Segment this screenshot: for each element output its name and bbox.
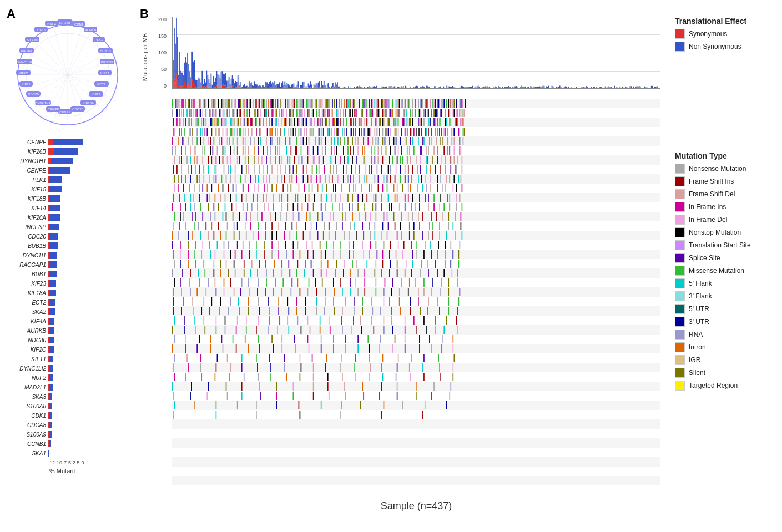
svg-rect-1297 bbox=[306, 118, 307, 126]
svg-rect-65 bbox=[176, 74, 177, 89]
svg-rect-1346 bbox=[409, 118, 410, 126]
svg-rect-1949 bbox=[375, 194, 376, 202]
svg-rect-657 bbox=[530, 86, 531, 88]
svg-rect-1749 bbox=[306, 165, 307, 174]
gene-row: SKA2 bbox=[8, 307, 133, 316]
svg-rect-1571 bbox=[447, 137, 448, 145]
svg-rect-1373 bbox=[173, 128, 174, 136]
svg-rect-714 bbox=[566, 87, 567, 88]
svg-rect-341 bbox=[331, 86, 332, 88]
gene-bars bbox=[48, 336, 54, 344]
svg-rect-349 bbox=[336, 84, 337, 88]
gene-row: KIF20A bbox=[8, 213, 133, 222]
svg-rect-443 bbox=[396, 88, 397, 89]
svg-rect-2126 bbox=[265, 231, 266, 240]
svg-rect-1138 bbox=[300, 109, 301, 117]
svg-rect-696 bbox=[555, 88, 556, 88]
svg-rect-2111 bbox=[461, 222, 462, 230]
svg-rect-106 bbox=[199, 79, 200, 87]
svg-rect-1136 bbox=[297, 109, 299, 117]
svg-rect-591 bbox=[489, 88, 490, 89]
svg-rect-1045 bbox=[437, 99, 438, 108]
svg-rect-1722 bbox=[188, 165, 189, 174]
svg-rect-807 bbox=[629, 88, 630, 89]
svg-rect-271 bbox=[291, 88, 292, 89]
svg-rect-642 bbox=[520, 88, 521, 89]
svg-rect-504 bbox=[435, 87, 436, 88]
svg-rect-2044 bbox=[330, 212, 331, 221]
svg-rect-1941 bbox=[335, 194, 336, 202]
svg-rect-1731 bbox=[228, 165, 229, 174]
svg-rect-2289 bbox=[250, 269, 251, 277]
svg-rect-779 bbox=[609, 87, 611, 88]
bar-blue bbox=[49, 403, 52, 409]
svg-rect-2500 bbox=[416, 326, 417, 334]
svg-rect-2332 bbox=[297, 278, 299, 287]
svg-rect-559 bbox=[470, 87, 471, 88]
svg-rect-1840 bbox=[418, 175, 419, 183]
svg-rect-2060 bbox=[422, 212, 423, 221]
gene-row: KIF14 bbox=[8, 204, 133, 212]
svg-rect-961 bbox=[311, 99, 312, 108]
svg-rect-593 bbox=[491, 88, 492, 88]
svg-rect-2124 bbox=[253, 231, 254, 240]
svg-rect-2477 bbox=[172, 326, 173, 334]
svg-rect-115 bbox=[204, 87, 205, 89]
gene-row: S100A8 bbox=[8, 402, 133, 411]
svg-rect-529 bbox=[451, 88, 452, 89]
svg-rect-2032 bbox=[257, 212, 258, 221]
svg-rect-418 bbox=[381, 88, 382, 89]
svg-rect-317 bbox=[318, 83, 319, 87]
svg-rect-2515 bbox=[294, 335, 295, 343]
svg-rect-262 bbox=[286, 83, 287, 88]
svg-rect-1808 bbox=[277, 175, 278, 183]
svg-rect-2365 bbox=[281, 288, 282, 296]
svg-rect-722 bbox=[571, 88, 572, 89]
svg-rect-2412 bbox=[410, 297, 411, 306]
svg-rect-343 bbox=[332, 83, 334, 87]
svg-rect-2292 bbox=[273, 269, 274, 277]
svg-rect-1679 bbox=[299, 156, 300, 164]
svg-rect-2358 bbox=[224, 288, 225, 296]
svg-rect-313 bbox=[316, 83, 317, 88]
svg-rect-2188 bbox=[390, 241, 391, 249]
svg-rect-2536 bbox=[259, 344, 260, 353]
gene-name: CDCA8 bbox=[8, 422, 48, 428]
svg-rect-2179 bbox=[326, 241, 327, 249]
svg-rect-2026 bbox=[223, 212, 224, 221]
svg-rect-2371 bbox=[334, 288, 335, 296]
svg-rect-2544 bbox=[357, 344, 359, 353]
svg-rect-1703 bbox=[400, 156, 401, 164]
svg-rect-230 bbox=[269, 82, 270, 87]
svg-rect-1932 bbox=[287, 194, 288, 202]
svg-rect-1294 bbox=[303, 118, 304, 126]
svg-rect-2157 bbox=[172, 241, 173, 249]
mutation-label: Targeted Region bbox=[689, 382, 738, 389]
svg-rect-2107 bbox=[432, 222, 433, 230]
svg-rect-726 bbox=[574, 88, 575, 89]
svg-rect-289 bbox=[301, 88, 302, 89]
svg-rect-551 bbox=[466, 87, 467, 89]
svg-rect-1572 bbox=[451, 137, 452, 145]
svg-rect-1379 bbox=[189, 128, 190, 136]
svg-rect-2583 bbox=[301, 363, 302, 372]
gene-row: SKA1 bbox=[8, 449, 133, 458]
svg-rect-1845 bbox=[440, 175, 441, 183]
svg-rect-1152 bbox=[324, 109, 325, 117]
svg-rect-786 bbox=[614, 86, 615, 88]
svg-rect-2018 bbox=[174, 212, 175, 221]
svg-rect-1326 bbox=[366, 118, 367, 126]
svg-rect-784 bbox=[613, 88, 614, 89]
svg-rect-746 bbox=[587, 88, 588, 89]
svg-rect-476 bbox=[417, 86, 418, 88]
svg-rect-1892 bbox=[378, 184, 379, 192]
svg-rect-2020 bbox=[183, 212, 184, 221]
svg-rect-1625 bbox=[371, 146, 372, 155]
svg-rect-1091 bbox=[219, 109, 220, 117]
svg-rect-1184 bbox=[382, 109, 384, 117]
svg-rect-2064 bbox=[448, 212, 449, 221]
svg-rect-1463 bbox=[382, 128, 384, 136]
svg-rect-2269 bbox=[390, 260, 391, 268]
svg-rect-656 bbox=[529, 88, 530, 89]
svg-rect-2615 bbox=[452, 373, 453, 381]
